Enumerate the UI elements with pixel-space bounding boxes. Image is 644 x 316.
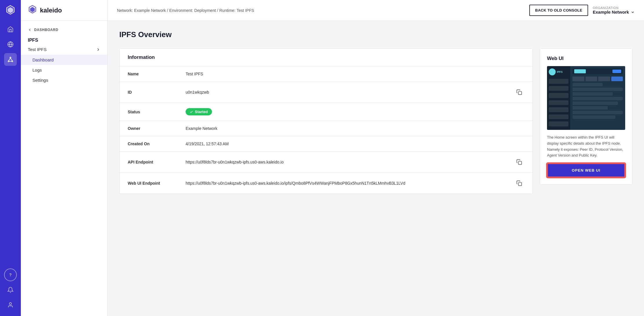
info-row-status: Status Started bbox=[120, 103, 533, 121]
info-row-id: ID u0n1wkqzwb bbox=[120, 82, 533, 103]
sidebar-item-label: Test IPFS bbox=[28, 47, 47, 52]
org-label: ORGANIZATION bbox=[593, 6, 635, 10]
svg-point-4 bbox=[12, 61, 13, 62]
copy-api-icon bbox=[516, 159, 522, 165]
info-row-owner: Owner Example Network bbox=[120, 121, 533, 136]
svg-line-6 bbox=[10, 58, 12, 61]
content-area: IPFS Overview Information Name Test IPFS… bbox=[108, 21, 644, 316]
sidebar-sub-item-settings[interactable]: Settings bbox=[21, 75, 107, 85]
help-nav-icon[interactable]: ? bbox=[4, 268, 17, 281]
info-label-created: Created On bbox=[128, 141, 186, 146]
webui-card-title: Web UI bbox=[547, 56, 625, 61]
copy-icon bbox=[516, 89, 522, 95]
info-row-name: Name Test IPFS bbox=[120, 66, 533, 82]
info-label-webui-endpoint: Web UI Endpoint bbox=[128, 181, 186, 186]
info-label-owner: Owner bbox=[128, 126, 186, 131]
home-nav-icon[interactable] bbox=[4, 23, 17, 36]
topology-nav-icon[interactable] bbox=[4, 53, 17, 66]
bell-nav-icon[interactable] bbox=[4, 284, 17, 296]
sidebar-brand-name: kaleido bbox=[40, 7, 62, 14]
sidebar-sub-label-logs: Logs bbox=[32, 68, 42, 72]
org-name: Example Network bbox=[593, 10, 635, 14]
sidebar: kaleido DASHBOARD IPFS Test IPFS Dashboa… bbox=[21, 0, 108, 316]
info-value-name: Test IPFS bbox=[186, 72, 524, 76]
ipfs-screenshot-main bbox=[570, 66, 625, 130]
copy-webui-icon bbox=[516, 180, 522, 186]
main-area: Network: Example Network / Environment: … bbox=[108, 0, 644, 316]
logo-icon bbox=[5, 5, 16, 17]
svg-line-5 bbox=[9, 58, 10, 61]
info-row-api: API Endpoint https://u0f8lds7br-u0n1wkqz… bbox=[120, 152, 533, 173]
info-value-api: https://u0f8lds7br-u0n1wkqzwb-ipfs.us0-a… bbox=[186, 160, 514, 164]
info-row-webui-endpoint: Web UI Endpoint https://u0f8lds7br-u0n1w… bbox=[120, 173, 533, 194]
back-to-console-button[interactable]: BACK TO OLD CONSOLE bbox=[529, 5, 588, 16]
info-label-status: Status bbox=[128, 110, 186, 114]
org-dropdown-icon bbox=[631, 10, 635, 14]
webui-screenshot: IPFS bbox=[547, 66, 625, 130]
svg-rect-11 bbox=[519, 183, 522, 186]
user-nav-icon[interactable] bbox=[4, 299, 17, 311]
open-web-ui-button[interactable]: OPEN WEB UI bbox=[547, 163, 625, 177]
back-chevron-icon bbox=[28, 28, 32, 32]
sidebar-sub-item-logs[interactable]: Logs bbox=[21, 65, 107, 75]
breadcrumb: Network: Example Network / Environment: … bbox=[117, 8, 525, 13]
sidebar-nav: DASHBOARD IPFS Test IPFS Dashboard Logs … bbox=[21, 21, 107, 90]
globe-nav-icon[interactable] bbox=[4, 38, 17, 51]
chevron-right-icon bbox=[96, 47, 100, 52]
page-title: IPFS Overview bbox=[119, 30, 632, 39]
info-value-status: Started bbox=[186, 108, 524, 115]
sidebar-back-label: DASHBOARD bbox=[34, 28, 58, 32]
sidebar-sub-label-settings: Settings bbox=[32, 78, 48, 83]
sidebar-back-button[interactable]: DASHBOARD bbox=[21, 26, 107, 34]
webui-description: The Home screen within the IPFS UI will … bbox=[547, 135, 625, 159]
ipfs-screenshot-sidebar: IPFS bbox=[547, 66, 570, 130]
svg-rect-9 bbox=[519, 92, 522, 95]
info-value-id: u0n1wkqzwb bbox=[186, 90, 514, 95]
svg-point-2 bbox=[10, 57, 11, 58]
icon-rail: ? bbox=[0, 0, 21, 316]
info-value-created: 4/19/2021, 12:57:43 AM bbox=[186, 141, 524, 146]
copy-api-button[interactable] bbox=[514, 157, 524, 167]
info-value-owner: Example Network bbox=[186, 126, 524, 131]
logo bbox=[5, 5, 16, 17]
status-badge: Started bbox=[186, 108, 212, 115]
sidebar-header: kaleido bbox=[21, 0, 107, 21]
info-label-id: ID bbox=[128, 90, 186, 95]
sidebar-item-test-ipfs[interactable]: Test IPFS bbox=[21, 44, 107, 55]
copy-webui-endpoint-button[interactable] bbox=[514, 178, 524, 188]
org-selector[interactable]: ORGANIZATION Example Network bbox=[593, 6, 635, 14]
sidebar-logo-icon bbox=[28, 5, 37, 16]
svg-point-8 bbox=[9, 303, 11, 305]
webui-card: Web UI IPFS bbox=[540, 48, 632, 185]
svg-point-3 bbox=[8, 61, 9, 62]
content-grid: Information Name Test IPFS ID u0n1wkqzwb bbox=[119, 48, 632, 194]
svg-rect-10 bbox=[519, 161, 522, 165]
info-label-name: Name bbox=[128, 72, 186, 76]
check-icon bbox=[190, 110, 193, 114]
sidebar-section-title: IPFS bbox=[21, 34, 107, 44]
info-card-header: Information bbox=[120, 49, 533, 66]
info-value-webui-endpoint: https://u0f8lds7br-u0n1wkqzwb-ipfs.us0-a… bbox=[186, 181, 514, 186]
info-row-created: Created On 4/19/2021, 12:57:43 AM bbox=[120, 136, 533, 152]
sidebar-sub-label-dashboard: Dashboard bbox=[32, 57, 54, 62]
sidebar-sub-item-dashboard[interactable]: Dashboard bbox=[21, 55, 107, 65]
info-label-api: API Endpoint bbox=[128, 160, 186, 164]
info-card: Information Name Test IPFS ID u0n1wkqzwb bbox=[119, 48, 533, 194]
topbar: Network: Example Network / Environment: … bbox=[108, 0, 644, 21]
copy-id-button[interactable] bbox=[514, 87, 524, 97]
